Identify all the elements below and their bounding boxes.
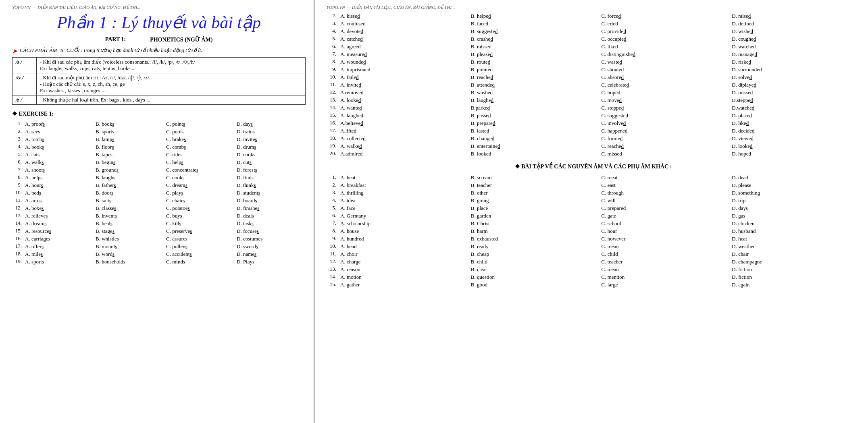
exercise-option: B. laughed <box>468 97 599 104</box>
exercise-option: B. tapes <box>94 151 164 158</box>
vowel-option: D. please <box>729 182 860 189</box>
exercise-option: A. confused <box>338 20 468 27</box>
vowel-option: D. days <box>729 205 860 212</box>
part-label: PART 1: <box>105 36 126 43</box>
row-number: 9. <box>327 235 338 243</box>
exercise-option: A. measured <box>338 51 468 58</box>
exercise-option: A. dreams <box>23 220 94 227</box>
vowels-header: ❖ BÀI TẬP VỀ CÁC NGUYÊN ÂM VÀ CÁC PHỤ ÂM… <box>327 163 860 170</box>
exercise-option: C. hoped <box>599 89 730 96</box>
row-number: 2. <box>327 182 338 189</box>
vowel-option: C. east <box>599 182 730 189</box>
row-number: 2. <box>327 12 338 20</box>
exercise-option: D. days <box>235 120 306 128</box>
exercise1-grid: 1.A. proofsB. booksC. pointsD. days2.A. … <box>12 120 306 265</box>
row-number: 17. <box>327 127 338 135</box>
exercise-option: B. invents <box>94 212 164 220</box>
exercise-option: A. resources <box>23 228 94 235</box>
vowel-option: B. good <box>468 281 599 288</box>
exercise-option: B. pleased <box>468 51 599 58</box>
exercise-option: D. Plays <box>235 258 306 265</box>
exercise-option: C. forced <box>599 12 730 20</box>
vowel-option: B. other <box>468 189 599 197</box>
vowel-option: D. husband <box>729 228 860 235</box>
exercise-option: A. tombs <box>23 136 94 143</box>
vowel-option: A. breakfast <box>338 182 468 189</box>
exercise-option: D. placed <box>729 112 860 119</box>
exercise1-title: ❖ EXERCISE 1: <box>12 110 306 117</box>
exercise-option: B. books <box>94 120 164 128</box>
exercise-option: A. devoted <box>338 28 468 35</box>
exercise-option: A. beds <box>23 189 94 197</box>
phonetics-table: /s /- Khi đi sau các phụ âm điếc (voicel… <box>12 57 306 105</box>
exercise-option: D. watched <box>729 43 860 50</box>
exercise-option: C. potatoes <box>164 205 235 212</box>
exercise-option: A. sports <box>23 258 94 265</box>
row-number: 14. <box>327 274 338 281</box>
row-number: 16. <box>327 120 338 127</box>
exercise-option: B. suits <box>94 197 164 204</box>
row-number: 5. <box>12 151 23 158</box>
exercise-option: A. looked <box>338 97 468 104</box>
exercise-option: C. provided <box>599 28 730 35</box>
exercise-option: A. offers <box>23 243 94 250</box>
exercise-option: A. proofs <box>23 120 94 128</box>
exercise-option: A. helps <box>23 174 94 181</box>
exercise-option: A. agreed <box>338 43 468 50</box>
exercise-option: B. attended <box>468 81 599 89</box>
vowel-option: A. idea <box>338 197 468 204</box>
vowel-option: C. teacher <box>599 258 730 265</box>
exercise-option: A. boxes <box>23 205 94 212</box>
exercise-option: D. drums <box>235 143 306 151</box>
row-number: 8. <box>12 174 23 181</box>
vowel-option: C. child <box>599 251 730 258</box>
row-number: 11. <box>327 251 338 258</box>
page-right: YOPO.VN---- DIỄN ĐÀN TÀI LIỆU, GIÁO ÁN, … <box>314 0 868 423</box>
exercise-option: D.stepped <box>729 97 860 104</box>
exercise-option: D. swords <box>235 243 306 250</box>
vowel-option: A. house <box>338 228 468 235</box>
exercise-option: D. coughed <box>729 35 860 43</box>
vowel-option: C. mean <box>599 266 730 273</box>
exercise-option: A. walked <box>338 143 468 150</box>
row-number: 6. <box>12 159 23 166</box>
exercise-option: C. reached <box>599 143 730 150</box>
exercise-option: D. missed <box>729 89 860 96</box>
row-number: 14. <box>327 104 338 112</box>
exercise-option: B. entertained <box>468 143 599 150</box>
vowel-option: A. face <box>338 205 468 212</box>
exercise-option: D. wished <box>729 28 860 35</box>
exercise-option: C. kills <box>164 220 235 227</box>
exercise-option: C. suggested <box>599 112 730 119</box>
exercise-option: A. wounded <box>338 58 468 66</box>
exercise-option: A. failed <box>338 74 468 81</box>
row-number: 17. <box>12 243 23 250</box>
exercise-option: A. arms <box>23 197 94 204</box>
exercise-option: B. words <box>94 251 164 258</box>
row-number: 9. <box>12 182 23 189</box>
exercise-option: B. crashed <box>468 35 599 43</box>
exercise-option: C. accidents <box>164 251 235 258</box>
exercise-option: B. floors <box>94 143 164 151</box>
vowel-option: A. motion <box>338 274 468 281</box>
row-number: 9. <box>327 66 338 73</box>
row-number: 14. <box>12 220 23 227</box>
vowel-option: C. meat <box>599 174 730 181</box>
vowel-option: B. child <box>468 258 599 265</box>
exercise-option: C. formed <box>599 135 730 142</box>
exercise-option: C. pollens <box>164 243 235 250</box>
row-number: 11. <box>327 81 338 89</box>
exercise-option: B. stages <box>94 228 164 235</box>
phonetics-label: PHONETICS (NGỮ ÂM) <box>150 36 212 43</box>
exercise-option: B. changed <box>468 135 599 142</box>
phonetic-rule: - Khi đi sau một phụ âm rít : /z/, /s/, … <box>37 73 306 95</box>
row-number: 3. <box>327 189 338 197</box>
exercise-option: A.believed <box>338 120 468 127</box>
exercise-option: C. dreams <box>164 182 235 189</box>
vowel-option: B. garden <box>468 212 599 220</box>
exercise-option: A. imprisoned <box>338 66 468 73</box>
exercise-option: A.admired <box>338 150 468 158</box>
exercise-option: D. finds <box>235 174 306 181</box>
exercise-option: C. liked <box>599 43 730 50</box>
exercise-option: B. suggested <box>468 28 599 35</box>
